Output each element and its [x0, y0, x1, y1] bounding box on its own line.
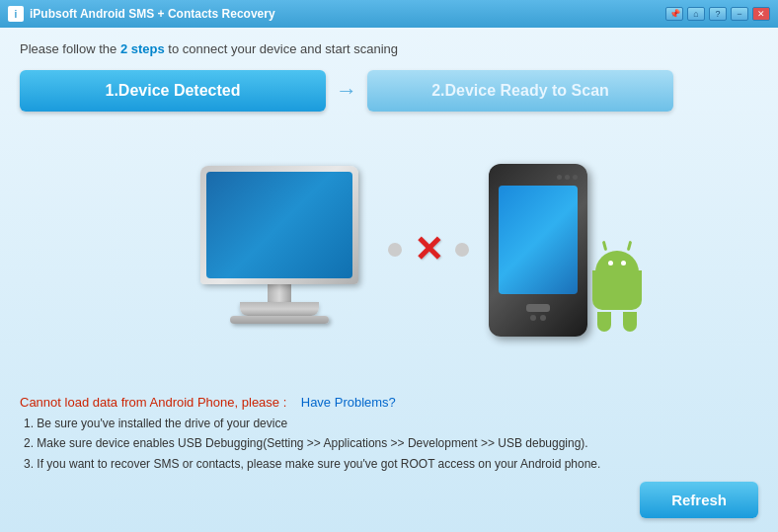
have-problems-link[interactable]: Have Problems? — [301, 395, 396, 410]
computer-monitor — [191, 166, 368, 334]
phone-dot-3 — [573, 175, 578, 180]
monitor-base — [240, 302, 319, 316]
dot-left — [388, 243, 402, 257]
step-arrow: → — [336, 78, 357, 104]
error-area: Cannot load data from Android Phone, ple… — [20, 387, 758, 474]
main-area: Please follow the 2 steps to connect you… — [0, 28, 778, 532]
instruction-line-3: 3. If you want to recover SMS or contact… — [24, 454, 758, 474]
steps-highlight: 2 steps — [120, 41, 165, 56]
phone-dot-b1 — [530, 315, 536, 321]
refresh-button[interactable]: Refresh — [640, 482, 758, 518]
pin-button[interactable]: 📌 — [665, 7, 683, 21]
phone-dot-b2 — [540, 315, 546, 321]
phone-top-bar — [495, 172, 582, 184]
phone-container — [489, 164, 587, 337]
phone-screen — [499, 186, 578, 294]
step1-button[interactable]: 1.Device Detected — [20, 70, 326, 112]
step2-button[interactable]: 2.Device Ready to Scan — [367, 70, 673, 112]
instruction-text: Please follow the 2 steps to connect you… — [20, 41, 758, 56]
android-mid — [592, 276, 642, 310]
monitor-base-bottom — [230, 316, 329, 324]
help-button[interactable]: ? — [709, 7, 727, 21]
window-controls: 📌 ⌂ ? − ✕ — [665, 7, 770, 21]
steps-bar: 1.Device Detected → 2.Device Ready to Sc… — [20, 70, 758, 112]
android-body — [592, 251, 642, 332]
android-leg-right — [623, 312, 637, 332]
instruction-line-2: 2. Make sure device enables USB Debuggin… — [24, 433, 758, 453]
phone-home-button — [526, 304, 550, 312]
error-main-line: Cannot load data from Android Phone, ple… — [20, 395, 758, 410]
title-bar: i iPubsoft Android SMS + Contacts Recove… — [0, 0, 778, 28]
close-button[interactable]: ✕ — [752, 7, 770, 21]
dot-right — [455, 243, 469, 257]
monitor-neck — [268, 284, 291, 302]
phone-dot-2 — [565, 175, 570, 180]
monitor-screen-outer — [200, 166, 358, 284]
android-legs — [597, 312, 637, 332]
instruction-list: 1. Be sure you've installed the drive of… — [20, 414, 758, 474]
phone-bottom — [495, 296, 582, 329]
connection-error-icon: ✕ — [414, 229, 443, 270]
phone-bottom-dots — [530, 315, 546, 321]
instruction-line-1: 1. Be sure you've installed the drive of… — [24, 414, 758, 433]
home-button[interactable]: ⌂ — [687, 7, 705, 21]
title-bar-text: iPubsoft Android SMS + Contacts Recovery — [30, 7, 665, 21]
refresh-btn-area: Refresh — [20, 482, 758, 518]
android-leg-left — [597, 312, 611, 332]
android-torso — [592, 270, 642, 310]
phone-dot-1 — [557, 175, 562, 180]
minimize-button[interactable]: − — [731, 7, 748, 21]
monitor-screen — [206, 172, 352, 278]
android-phone — [489, 164, 587, 337]
android-mascot — [592, 251, 642, 332]
graphic-area: ✕ — [20, 121, 758, 379]
app-icon: i — [8, 6, 24, 22]
android-arms — [592, 239, 642, 270]
connection-status: ✕ — [388, 229, 469, 270]
